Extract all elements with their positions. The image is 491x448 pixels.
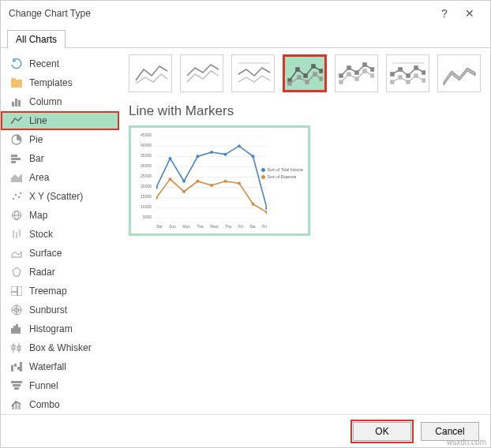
y-axis-ticks: 4500040000350003000025000200001500010000… (134, 133, 152, 219)
pie-icon (10, 133, 23, 146)
dialog-footer: OK Cancel (1, 414, 490, 447)
sidebar-item-map[interactable]: Map (1, 206, 119, 225)
sidebar-item-pie[interactable]: Pie (1, 130, 119, 149)
sidebar-item-treemap[interactable]: Treemap (1, 282, 119, 301)
subtype-stacked-line[interactable] (180, 54, 223, 92)
help-button[interactable]: ? (432, 7, 457, 20)
svg-point-97 (169, 177, 172, 181)
radar-icon (10, 266, 23, 278)
dialog-title: Change Chart Type (9, 8, 432, 19)
svg-point-10 (13, 198, 14, 200)
svg-point-98 (182, 190, 186, 193)
subtype-line-with-markers[interactable] (283, 54, 326, 92)
svg-rect-45 (18, 404, 21, 409)
svg-rect-57 (339, 74, 343, 77)
subtype-100-stacked-line[interactable] (231, 54, 275, 92)
sidebar-item-bar[interactable]: Bar (1, 149, 119, 168)
sidebar-item-histogram[interactable]: Histogram (1, 319, 119, 338)
sidebar-item-label: Templates (29, 77, 73, 88)
svg-rect-23 (11, 292, 17, 296)
svg-rect-77 (422, 79, 425, 82)
svg-rect-48 (296, 68, 299, 71)
sidebar-item-boxwhisker[interactable]: Box & Whisker (1, 338, 119, 357)
svg-rect-64 (355, 77, 358, 80)
sidebar-item-sunburst[interactable]: Sunburst (1, 301, 119, 319)
svg-rect-54 (305, 80, 309, 84)
combo-icon (10, 398, 23, 411)
sidebar-item-label: Recent (29, 58, 59, 69)
svg-rect-62 (339, 80, 343, 84)
sidebar-item-label: Radar (29, 267, 55, 278)
close-button[interactable]: ✕ (457, 7, 482, 20)
svg-rect-38 (17, 367, 20, 370)
svg-rect-53 (298, 76, 301, 79)
svg-rect-60 (363, 63, 366, 66)
svg-rect-66 (371, 74, 374, 77)
subtype-100-stacked-line-markers[interactable] (386, 54, 429, 92)
svg-point-90 (197, 155, 200, 158)
sidebar-item-combo[interactable]: Combo (1, 395, 119, 414)
svg-rect-2 (12, 102, 14, 106)
svg-point-94 (252, 155, 255, 158)
svg-rect-22 (17, 286, 22, 296)
svg-rect-74 (399, 76, 402, 79)
chart-legend: Sum of Total Income Sum of Expense (261, 167, 304, 181)
svg-rect-6 (11, 155, 17, 157)
sidebar-item-surface[interactable]: Surface (1, 244, 119, 263)
sidebar-item-label: Surface (29, 248, 62, 259)
sidebar-item-recent[interactable]: Recent (1, 54, 119, 73)
svg-point-101 (224, 180, 227, 183)
svg-rect-21 (11, 286, 17, 292)
templates-icon (10, 77, 23, 89)
svg-rect-71 (414, 66, 418, 69)
svg-point-92 (224, 153, 227, 156)
sidebar-item-label: Pie (29, 134, 43, 145)
svg-point-11 (15, 194, 17, 196)
sidebar-item-waterfall[interactable]: Waterfall (1, 357, 119, 376)
svg-rect-30 (16, 324, 18, 334)
sidebar-item-stock[interactable]: Stock (1, 225, 119, 244)
subtype-line[interactable] (129, 54, 172, 92)
svg-rect-49 (304, 74, 307, 77)
svg-rect-36 (11, 365, 13, 371)
svg-point-87 (156, 186, 158, 189)
sidebar-item-scatter[interactable]: X Y (Scatter) (1, 187, 119, 206)
treemap-icon (10, 285, 23, 297)
svg-point-102 (238, 181, 241, 185)
legend-item-1: Sum of Total Income (268, 167, 304, 172)
svg-rect-69 (399, 68, 402, 71)
svg-rect-37 (14, 364, 17, 367)
svg-rect-51 (320, 69, 323, 73)
svg-rect-7 (11, 158, 21, 160)
sidebar-item-line[interactable]: Line (1, 111, 119, 130)
svg-rect-56 (320, 77, 323, 80)
line-icon (10, 114, 23, 127)
chart-preview[interactable]: 4500040000350003000025000200001500010000… (129, 125, 310, 236)
sidebar-item-label: Stock (29, 229, 53, 240)
chart-plot-area (156, 136, 267, 218)
sidebar-item-templates[interactable]: Templates (1, 73, 119, 92)
subtype-3d-line[interactable] (437, 54, 481, 92)
svg-rect-8 (11, 161, 16, 163)
ok-button[interactable]: OK (353, 422, 411, 441)
watermark: wsxdn.com (447, 438, 486, 446)
sidebar-item-area[interactable]: Area (1, 168, 119, 187)
svg-rect-63 (347, 73, 350, 76)
selected-subtype-name: Line with Markers (129, 103, 481, 119)
svg-point-103 (252, 203, 255, 206)
sidebar-item-funnel[interactable]: Funnel (1, 376, 119, 395)
recent-icon (10, 58, 23, 70)
subtype-stacked-line-markers[interactable] (335, 54, 378, 92)
svg-point-99 (197, 180, 200, 183)
tab-all-charts[interactable]: All Charts (7, 30, 66, 48)
svg-rect-44 (15, 402, 17, 409)
tab-strip: All Charts (1, 26, 490, 48)
svg-rect-4 (18, 100, 21, 106)
x-axis-ticks: SatSunMonTueWedThuFriSatFri (156, 224, 267, 229)
surface-icon (10, 247, 23, 259)
svg-rect-42 (14, 387, 19, 390)
svg-marker-20 (13, 267, 21, 276)
sidebar-item-label: Combo (29, 399, 60, 410)
sidebar-item-column[interactable]: Column (1, 92, 119, 111)
sidebar-item-radar[interactable]: Radar (1, 263, 119, 282)
